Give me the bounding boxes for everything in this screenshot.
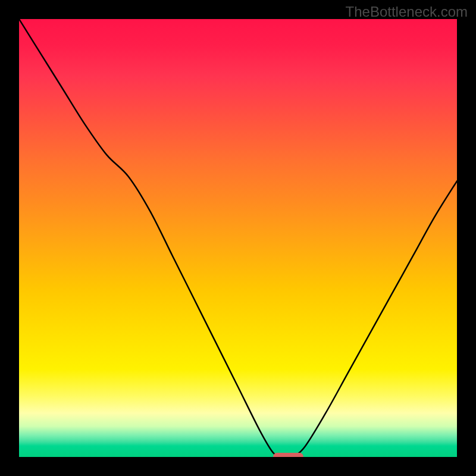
bottleneck-curve — [19, 19, 457, 457]
optimal-marker — [273, 453, 304, 457]
plot-area — [19, 19, 457, 457]
watermark-text: TheBottleneck.com — [346, 4, 468, 20]
chart-container: TheBottleneck.com — [0, 0, 476, 476]
